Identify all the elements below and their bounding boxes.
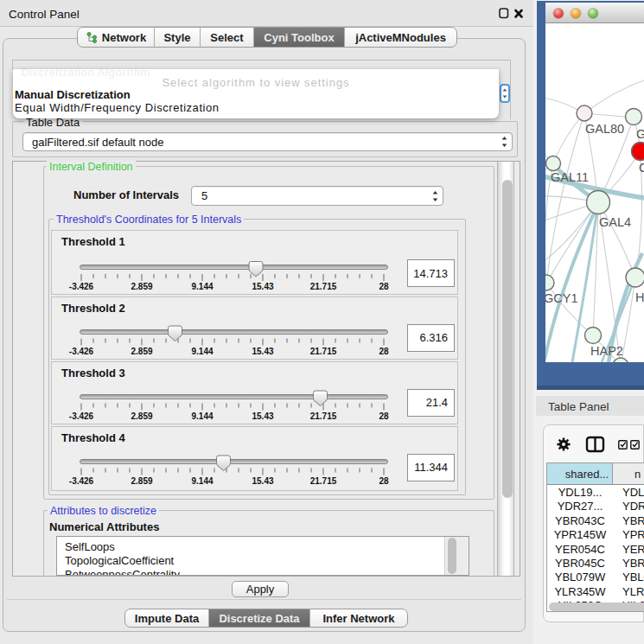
svg-text:HAP2: HAP2	[590, 344, 623, 358]
svg-text:GCY1: GCY1	[545, 291, 578, 305]
svg-text:GAL7: GAL7	[636, 127, 644, 141]
svg-text:GAL80: GAL80	[585, 122, 624, 136]
svg-text:GAL11: GAL11	[551, 170, 589, 184]
svg-text:HI: HI	[635, 290, 644, 304]
svg-text:GAL4: GAL4	[599, 215, 631, 229]
svg-text:CY: CY	[639, 161, 644, 175]
